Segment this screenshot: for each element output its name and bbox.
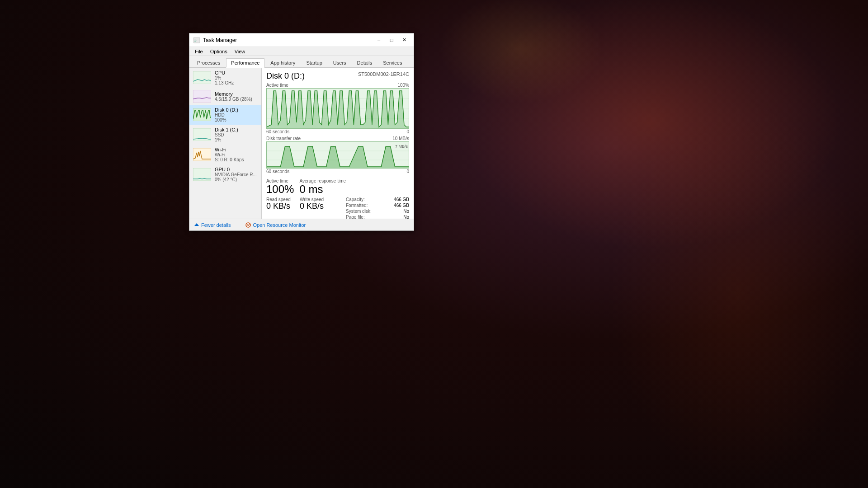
maximize-button[interactable]: □: [386, 36, 397, 45]
top-stats: Active time 100% Average response time 0…: [266, 178, 346, 195]
menu-view[interactable]: View: [232, 48, 248, 55]
task-manager-window: Task Manager – □ ✕ File Options View Pro…: [189, 33, 414, 231]
page-file-value: No: [403, 215, 409, 219]
sidebar-item-disk0[interactable]: Disk 0 (D:) HDD 100%: [189, 105, 261, 125]
svg-rect-2: [194, 40, 197, 40]
disk0-label: Disk 0 (D:): [215, 107, 238, 113]
chart2-label-left: Disk transfer rate: [266, 136, 301, 141]
wifi-info: Wi-Fi Wi-Fi S: 0 R: 0 Kbps: [215, 147, 244, 162]
wifi-mini-chart: [193, 148, 211, 161]
chart2-footer-right: 0: [406, 169, 409, 174]
svg-rect-3: [194, 41, 197, 41]
formatted-value: 466 GB: [394, 203, 409, 208]
chart1-footer: 60 seconds 0: [266, 129, 409, 134]
write-speed-stat: Write speed 0 KB/s: [300, 197, 324, 219]
fewer-details-label: Fewer details: [201, 222, 231, 228]
transfer-rate-chart-section: Disk transfer rate 10 MB/s 7 MB/s: [266, 136, 409, 174]
chart1-label-left: Active time: [266, 83, 288, 88]
svg-rect-1: [194, 39, 196, 39]
panel-title: Disk 0 (D:): [266, 71, 305, 81]
panel-model: ST500DM002-1ER14C: [358, 71, 409, 77]
disk0-usage: 100%: [215, 117, 238, 122]
gpu-name: NVIDIA GeForce R...: [215, 172, 257, 177]
tab-startup[interactable]: Startup: [301, 58, 327, 67]
active-time-value: 100%: [266, 183, 294, 195]
write-speed-value: 0 KB/s: [300, 202, 324, 211]
sidebar-item-wifi[interactable]: Wi-Fi Wi-Fi S: 0 R: 0 Kbps: [189, 145, 261, 164]
sidebar-item-cpu[interactable]: CPU 1% 1.13 GHz: [189, 68, 261, 88]
left-stats: Active time 100% Average response time 0…: [266, 178, 409, 195]
tab-details[interactable]: Details: [352, 58, 377, 67]
tab-processes[interactable]: Processes: [192, 58, 225, 67]
capacity-label: Capacity:: [346, 197, 365, 202]
menu-options[interactable]: Options: [208, 48, 230, 55]
sidebar-item-disk1[interactable]: Disk 1 (C:) SSD 1%: [189, 125, 261, 145]
window-title: Task Manager: [203, 37, 237, 43]
wifi-type: Wi-Fi: [215, 152, 244, 157]
open-resource-monitor-label: Open Resource Monitor: [253, 222, 306, 228]
disk1-usage: 1%: [215, 137, 238, 142]
cpu-usage: 1%: [215, 75, 234, 80]
avg-response-stat: Average response time 0 ms: [299, 178, 346, 195]
memory-usage: 4.5/15.9 GB (28%): [215, 97, 252, 102]
title-bar: Task Manager – □ ✕: [189, 33, 414, 47]
disk1-type: SSD: [215, 132, 238, 137]
active-time-chart-section: Active time 100%: [266, 83, 409, 134]
page-file-label: Page file:: [346, 215, 365, 219]
disk0-mini-chart: [193, 108, 211, 121]
close-button[interactable]: ✕: [398, 36, 410, 45]
disk1-info: Disk 1 (C:) SSD 1%: [215, 127, 238, 142]
page-file-row: Page file: No: [346, 215, 409, 219]
svg-marker-20: [194, 223, 199, 226]
disk1-label: Disk 1 (C:): [215, 127, 238, 132]
tab-app-history[interactable]: App history: [265, 58, 300, 67]
wifi-speed: S: 0 R: 0 Kbps: [215, 157, 244, 162]
app-icon: [193, 37, 200, 44]
memory-label: Memory: [215, 91, 252, 97]
cpu-freq: 1.13 GHz: [215, 80, 234, 85]
chart1-labels: Active time 100%: [266, 83, 409, 88]
capacity-row: Capacity: 466 GB: [346, 197, 409, 202]
title-bar-left: Task Manager: [193, 37, 237, 44]
system-disk-label: System disk:: [346, 209, 372, 214]
speed-stats: Read speed 0 KB/s Write speed 0 KB/s: [266, 197, 324, 219]
sidebar-item-memory[interactable]: Memory 4.5/15.9 GB (28%): [189, 88, 261, 105]
active-time-chart: [266, 88, 409, 129]
transfer-rate-chart: 7 MB/s: [266, 141, 409, 169]
tab-performance[interactable]: Performance: [226, 58, 264, 68]
memory-mini-chart: [193, 90, 211, 103]
main-content: CPU 1% 1.13 GHz Memory 4.5/15.9 GB (28%): [189, 68, 414, 219]
bottom-bar: Fewer details Open Resource Monitor: [189, 219, 414, 230]
formatted-label: Formatted:: [346, 203, 368, 208]
cpu-mini-chart: [193, 71, 211, 84]
minimize-button[interactable]: –: [373, 36, 385, 45]
chart1-svg: [267, 89, 409, 129]
title-controls: – □ ✕: [373, 36, 410, 45]
bottom-stats: Read speed 0 KB/s Write speed 0 KB/s Cap…: [266, 197, 409, 219]
chart1-footer-right: 0: [406, 129, 409, 134]
tab-users[interactable]: Users: [328, 58, 351, 67]
chart2-label-right: 10 MB/s: [392, 136, 409, 141]
svg-rect-4: [194, 42, 196, 42]
chart1-label-right: 100%: [397, 83, 409, 88]
chart2-svg: [267, 142, 409, 169]
bottom-separator: [238, 222, 238, 228]
tab-services[interactable]: Services: [378, 58, 407, 67]
svg-rect-6: [193, 90, 211, 103]
chart2-labels: Disk transfer rate 10 MB/s: [266, 136, 409, 141]
disk0-type: HDD: [215, 113, 238, 117]
stats-section: Active time 100% Average response time 0…: [266, 178, 409, 195]
gpu-info: GPU 0 NVIDIA GeForce R... 0% (42 °C): [215, 167, 257, 182]
fewer-details-icon: [194, 222, 199, 228]
fewer-details-link[interactable]: Fewer details: [194, 222, 231, 228]
sidebar-item-gpu[interactable]: GPU 0 NVIDIA GeForce R... 0% (42 °C): [189, 164, 261, 184]
tab-bar: Processes Performance App history Startu…: [189, 56, 414, 68]
menu-file[interactable]: File: [192, 48, 206, 55]
open-resource-monitor-link[interactable]: Open Resource Monitor: [245, 222, 306, 228]
main-panel: Disk 0 (D:) ST500DM002-1ER14C Active tim…: [262, 68, 414, 219]
chart1-footer-left: 60 seconds: [266, 129, 289, 134]
cpu-info: CPU 1% 1.13 GHz: [215, 70, 234, 85]
memory-info: Memory 4.5/15.9 GB (28%): [215, 91, 252, 102]
read-speed-value: 0 KB/s: [266, 202, 291, 211]
resource-monitor-icon: [245, 222, 251, 228]
